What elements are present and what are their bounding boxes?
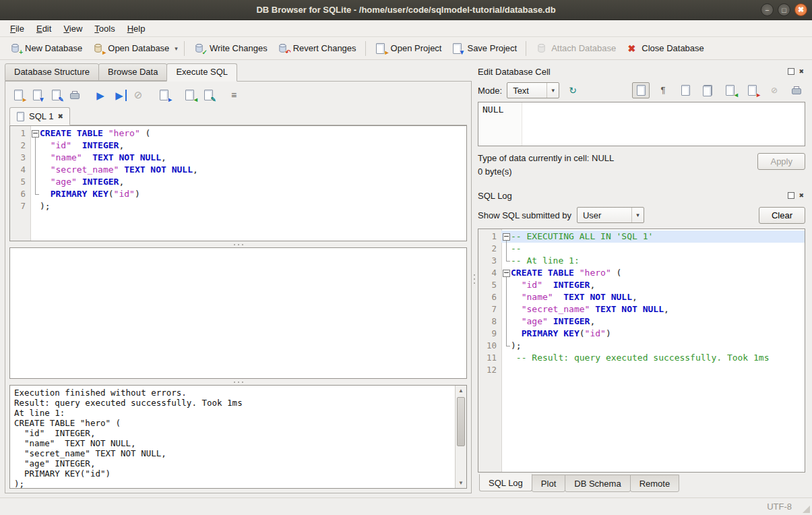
export-results-button[interactable]: ▸	[155, 87, 173, 104]
open-project-button[interactable]: ▸ Open Project	[370, 40, 447, 57]
code-line[interactable]: 2 "id" INTEGER,	[10, 140, 466, 152]
auto-switch-mode-button[interactable]: ↻	[564, 82, 582, 98]
execute-current-line-button[interactable]: ▶	[111, 87, 128, 104]
import-data-button[interactable]: ◂	[721, 82, 739, 98]
close-button[interactable]: ✖	[794, 3, 807, 16]
fold-margin	[30, 176, 40, 188]
code-line[interactable]: 2--	[478, 243, 805, 255]
resize-grip[interactable]	[803, 506, 810, 513]
new-database-button[interactable]: + New Database	[4, 40, 87, 57]
code-line[interactable]: 6 PRIMARY KEY("id")	[10, 188, 466, 200]
fold-marker[interactable]	[30, 127, 40, 140]
tab-remote[interactable]: Remote	[630, 475, 680, 492]
minimize-button[interactable]: −	[761, 3, 774, 16]
find-replace-button[interactable]: ✎	[199, 87, 217, 104]
menu-view[interactable]: View	[57, 22, 88, 36]
save-sql-as-button[interactable]: ✎	[47, 87, 65, 104]
execute-all-button[interactable]: ▶	[92, 87, 109, 104]
auto-switch-mode-icon: ↻	[569, 86, 577, 95]
float-panel-icon[interactable]	[788, 68, 794, 75]
fold-marker[interactable]	[501, 267, 511, 279]
revert-changes-button[interactable]: ↶ Revert Changes	[272, 40, 361, 57]
menu-tools[interactable]: Tools	[88, 22, 121, 36]
export-data-button[interactable]: ▸	[743, 82, 761, 98]
print-cell-button[interactable]	[788, 82, 805, 98]
status-bar: UTF-8	[0, 497, 812, 515]
copy-cell-button[interactable]	[699, 82, 716, 98]
word-wrap-cell-button[interactable]: ¶	[654, 82, 672, 98]
float-panel-icon[interactable]	[788, 192, 794, 199]
fold-margin	[501, 303, 511, 315]
save-results-button[interactable]: ◂	[181, 87, 198, 104]
close-panel-icon[interactable]: ✖	[799, 192, 804, 199]
open-database-button[interactable]: ▸ Open Database	[87, 40, 174, 57]
print-sql-button[interactable]	[66, 87, 84, 104]
code-line[interactable]: 12	[478, 364, 805, 376]
code-line[interactable]: 5 "age" INTEGER,	[10, 176, 466, 188]
tab-execute-sql[interactable]: Execute SQL	[166, 63, 237, 82]
copy-icon	[701, 85, 714, 96]
code-line[interactable]: 7);	[10, 200, 466, 212]
close-sql-tab-icon[interactable]: ✖	[57, 113, 63, 120]
tab-browse-data[interactable]: Browse Data	[98, 63, 167, 81]
tab-sql-log[interactable]: SQL Log	[479, 474, 532, 491]
cell-value-editor[interactable]: NULL	[478, 102, 805, 146]
write-changes-button[interactable]: ✓ Write Changes	[189, 40, 272, 57]
horizontal-splitter[interactable]	[9, 241, 467, 247]
mode-combobox[interactable]: Text ▾	[507, 82, 559, 98]
execution-log-scrollbar[interactable]: ▲ ▼	[455, 386, 466, 488]
line-number: 3	[10, 152, 30, 164]
tab-plot[interactable]: Plot	[532, 475, 565, 492]
fold-marker[interactable]	[501, 231, 511, 243]
open-sql-file-button[interactable]: ▸	[9, 87, 27, 104]
code-line[interactable]: 4 "secret_name" TEXT NOT NULL,	[10, 164, 466, 176]
code-line[interactable]: 10);	[478, 340, 805, 352]
menu-edit[interactable]: Edit	[30, 22, 57, 36]
edit-cell-title: Edit Database Cell	[478, 67, 788, 77]
tab-database-structure[interactable]: Database Structure	[5, 63, 99, 81]
sql-editor[interactable]: 1CREATE TABLE "hero" (2 "id" INTEGER,3 "…	[9, 125, 467, 241]
code-line[interactable]: 1-- EXECUTING ALL IN 'SQL 1'	[478, 231, 805, 243]
results-grid[interactable]	[9, 247, 467, 379]
encoding-indicator[interactable]: UTF-8	[767, 502, 792, 512]
line-number: 5	[478, 279, 501, 291]
scroll-down-icon[interactable]: ▼	[456, 478, 466, 488]
word-wrap-button[interactable]: ≡	[225, 87, 243, 104]
menu-help[interactable]: Help	[121, 22, 152, 36]
close-panel-icon[interactable]: ✖	[799, 68, 804, 75]
revert-changes-icon: ↶	[277, 42, 289, 54]
code-line[interactable]: 8 "age" INTEGER,	[478, 315, 805, 328]
code-line[interactable]: 1CREATE TABLE "hero" (	[10, 127, 466, 140]
code-line[interactable]: 3-- At line 1:	[478, 255, 805, 267]
scrollbar-track[interactable]	[456, 396, 466, 478]
sql-document-tab[interactable]: SQL 1 ✖	[9, 107, 70, 125]
open-sql-file-icon: ▸	[12, 90, 24, 101]
code-line[interactable]: 4CREATE TABLE "hero" (	[478, 267, 805, 279]
save-project-button[interactable]: ▼ Save Project	[446, 40, 522, 57]
code-line[interactable]: 6 "name" TEXT NOT NULL,	[478, 291, 805, 303]
save-sql-file-button[interactable]: ▼	[28, 87, 46, 104]
code-line[interactable]: 9 PRIMARY KEY("id")	[478, 328, 805, 340]
code-line[interactable]: 3 "name" TEXT NOT NULL,	[10, 152, 466, 164]
log-filter-combobox[interactable]: User ▾	[577, 207, 644, 223]
tab-db-schema[interactable]: DB Schema	[565, 475, 630, 492]
execution-log-text: Execution finished without errors. Resul…	[10, 386, 455, 488]
code-line[interactable]: 7 "secret_name" TEXT NOT NULL,	[478, 303, 805, 315]
maximize-button[interactable]: □	[778, 3, 790, 16]
vertical-splitter[interactable]	[472, 60, 476, 497]
log-filter-label: Show SQL submitted by	[478, 210, 571, 220]
clear-log-button[interactable]: Clear	[759, 207, 805, 224]
sql-document-tab-label: SQL 1	[29, 111, 53, 121]
menu-file[interactable]: File	[4, 22, 30, 36]
code-line[interactable]: 5 "id" INTEGER,	[478, 279, 805, 291]
code-line[interactable]: 11 -- Result: query executed successfull…	[478, 352, 805, 364]
horizontal-splitter[interactable]	[9, 379, 467, 385]
sql-log-view[interactable]: 1-- EXECUTING ALL IN 'SQL 1'2--3-- At li…	[478, 229, 805, 473]
scroll-up-icon[interactable]: ▲	[456, 386, 466, 396]
open-database-dropdown[interactable]: ▾	[174, 42, 180, 55]
scrollbar-thumb[interactable]	[457, 397, 465, 446]
fold-margin	[30, 200, 40, 212]
close-database-button[interactable]: ✖ Close Database	[621, 40, 709, 57]
text-mode-button[interactable]	[632, 82, 650, 98]
open-in-editor-button[interactable]	[677, 82, 694, 98]
